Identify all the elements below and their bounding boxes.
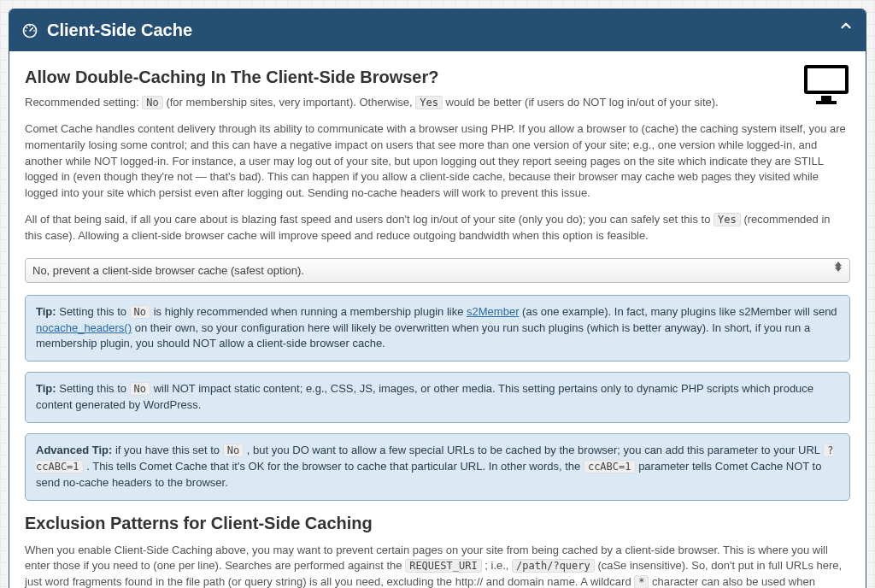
client-cache-select-wrap: No, prevent a client-side browser cache … [25, 255, 850, 295]
allow-double-caching-heading: Allow Double-Caching In The Client-Side … [25, 65, 850, 90]
code-no: No [142, 96, 162, 109]
tip-advanced-ccabc: Advanced Tip: if you have this set to No… [25, 433, 850, 501]
panel-body: Allow Double-Caching In The Client-Side … [9, 51, 866, 588]
exclusion-patterns-heading: Exclusion Patterns for Client-Side Cachi… [25, 511, 850, 536]
chevron-up-icon[interactable] [838, 18, 854, 38]
panel-header[interactable]: Client-Side Cache [9, 9, 866, 51]
exclusion-patterns-desc: When you enable Client-Side Caching abov… [25, 543, 850, 589]
svg-rect-7 [821, 96, 831, 101]
nocache-headers-link[interactable]: nocache_headers() [36, 321, 132, 334]
client-cache-select[interactable]: No, prevent a client-side browser cache … [25, 258, 850, 283]
recommended-setting-line: Recommended setting: No (for membership … [25, 95, 850, 111]
code-yes-2: Yes [714, 213, 741, 226]
code-yes: Yes [415, 96, 443, 109]
explanation-para-1: Comet Cache handles content delivery thr… [25, 121, 850, 202]
explanation-para-2: All of that being said, if all you care … [25, 212, 850, 244]
svg-rect-8 [816, 101, 837, 104]
tip-membership-plugin: Tip: Setting this to No is highly recomm… [25, 295, 850, 362]
svg-line-4 [26, 26, 27, 27]
s2member-link[interactable]: s2Member [467, 305, 519, 318]
client-side-cache-panel: Client-Side Cache Allow Double-Caching I… [9, 9, 866, 588]
panel-title: Client-Side Cache [47, 18, 192, 43]
tip-static-content: Tip: Setting this to No will NOT impact … [25, 372, 850, 423]
desktop-icon [802, 63, 850, 111]
dashboard-icon [21, 22, 38, 39]
svg-rect-6 [807, 68, 845, 91]
